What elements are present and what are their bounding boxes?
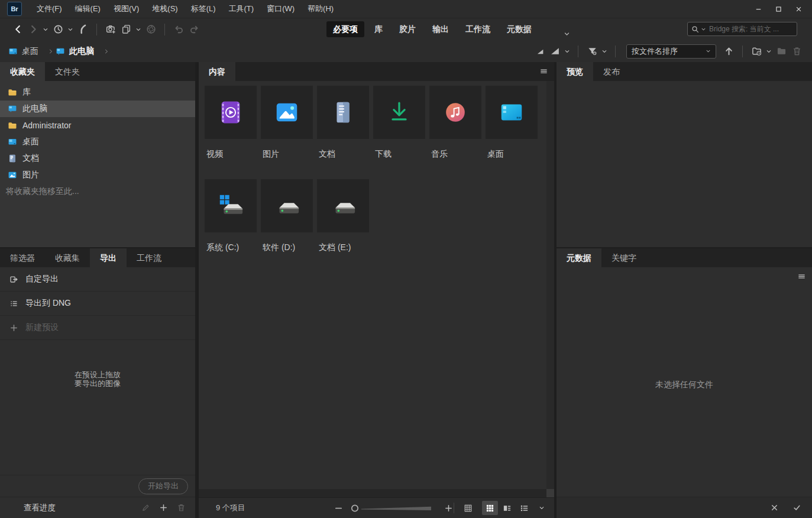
workspace-tab-output[interactable]: 输出 — [426, 21, 455, 37]
rotate-right-button[interactable] — [187, 22, 201, 37]
content-item-tile[interactable] — [317, 86, 369, 139]
batch-rename-button[interactable] — [119, 22, 133, 37]
open-recent-chevron[interactable] — [765, 44, 773, 59]
tab-export[interactable]: 导出 — [90, 248, 127, 267]
back-button[interactable] — [11, 22, 25, 37]
preset-custom-export[interactable]: 自定导出 — [0, 267, 195, 292]
workspace-tab-libraries[interactable]: 库 — [368, 21, 389, 37]
menu-window[interactable]: 窗口(W) — [261, 0, 300, 18]
menu-edit[interactable]: 编辑(E) — [69, 0, 106, 18]
tab-publish[interactable]: 发布 — [593, 62, 630, 81]
thumbnail-quality-chevron[interactable] — [563, 44, 571, 59]
content-item-videos[interactable]: 视频 — [205, 86, 257, 160]
favorites-item-desktop[interactable]: 桌面 — [0, 134, 195, 150]
content-item-pictures[interactable]: 图片 — [261, 86, 313, 160]
navigation-history-chevron[interactable] — [41, 22, 50, 37]
content-item-drive-e[interactable]: 文档 (E:) — [317, 179, 369, 253]
open-recent-folder-button[interactable] — [749, 44, 764, 59]
tab-workflow[interactable]: 工作流 — [127, 248, 172, 267]
get-photos-from-camera-button[interactable] — [103, 22, 118, 37]
content-item-tile[interactable] — [205, 179, 257, 232]
vertical-scrollbar[interactable] — [546, 81, 554, 489]
content-item-tile[interactable] — [261, 86, 313, 139]
favorites-item-administrator[interactable]: Administrator — [0, 117, 195, 134]
forward-button[interactable] — [26, 22, 40, 37]
favorites-item-this-pc[interactable]: 此电脑 — [0, 101, 195, 117]
close-button[interactable] — [788, 0, 808, 18]
metadata-apply-button[interactable] — [790, 500, 804, 516]
view-as-thumbnails-button[interactable] — [482, 501, 498, 515]
tab-keywords[interactable]: 关键字 — [601, 248, 646, 267]
panel-menu-icon[interactable] — [797, 272, 806, 283]
workspace-tab-workflow[interactable]: 工作流 — [459, 21, 497, 37]
favorites-item-libraries[interactable]: 库 — [0, 84, 195, 101]
favorites-item-pictures[interactable]: 图片 — [0, 167, 195, 183]
minimize-button[interactable] — [748, 0, 768, 18]
menu-view[interactable]: 视图(V) — [108, 0, 145, 18]
view-options-chevron[interactable] — [533, 501, 549, 515]
workspace-tab-essentials[interactable]: 必要项 — [326, 21, 364, 37]
panel-menu-icon[interactable] — [539, 67, 548, 77]
content-item-music[interactable]: 音乐 — [429, 86, 481, 160]
return-to-application-button[interactable] — [76, 22, 90, 37]
quick-thumbnails-button[interactable] — [532, 44, 546, 59]
thumbnail-size-slider[interactable] — [349, 502, 438, 514]
breadcrumb-this-pc[interactable]: 此电脑 — [56, 46, 109, 57]
menu-file[interactable]: 文件(F) — [31, 0, 68, 18]
new-folder-button[interactable] — [774, 44, 788, 59]
rotate-left-button[interactable] — [172, 22, 186, 37]
tab-collections[interactable]: 收藏集 — [45, 248, 90, 267]
tab-preview[interactable]: 预览 — [557, 62, 593, 81]
open-in-camera-raw-button[interactable] — [144, 22, 158, 37]
search-input[interactable] — [708, 24, 793, 34]
sort-dropdown[interactable]: 按文件名排序 — [626, 44, 716, 59]
hq-thumbnails-button[interactable] — [548, 44, 562, 59]
menu-label[interactable]: 标签(L) — [185, 0, 222, 18]
view-progress-label[interactable]: 查看进度 — [24, 503, 56, 513]
content-item-tile[interactable] — [205, 86, 257, 139]
view-as-details-button[interactable] — [499, 501, 515, 515]
sort-ascending-button[interactable] — [722, 44, 736, 59]
content-item-desktop[interactable]: 桌面 — [486, 86, 538, 160]
content-item-drive-d[interactable]: 软件 (D:) — [261, 179, 313, 253]
favorites-item-documents[interactable]: 文档 — [0, 150, 195, 167]
workspace-tab-filmstrip[interactable]: 胶片 — [393, 21, 422, 37]
delete-preset-button[interactable] — [175, 500, 187, 516]
filter-items-button[interactable] — [585, 44, 599, 59]
metadata-cancel-button[interactable] — [767, 500, 781, 516]
zoom-out-button[interactable] — [331, 500, 345, 516]
workspace-more-chevron-icon[interactable] — [559, 26, 574, 41]
search-box[interactable] — [687, 22, 797, 36]
recent-items-chevron[interactable] — [66, 22, 75, 37]
add-preset-button[interactable] — [157, 500, 169, 516]
horizontal-scrollbar[interactable] — [199, 489, 546, 497]
tab-folders[interactable]: 文件夹 — [45, 62, 90, 81]
start-export-button[interactable]: 开始导出 — [138, 478, 188, 494]
preset-export-to-dng[interactable]: 导出到 DNG — [0, 292, 195, 316]
content-item-tile[interactable] — [486, 86, 538, 139]
tab-favorites[interactable]: 收藏夹 — [0, 62, 45, 81]
delete-item-button[interactable] — [790, 44, 804, 59]
tab-metadata[interactable]: 元数据 — [557, 248, 601, 267]
batch-rename-chevron[interactable] — [134, 22, 143, 37]
maximize-button[interactable] — [768, 0, 788, 18]
content-item-downloads[interactable]: 下载 — [373, 86, 425, 160]
menu-tools[interactable]: 工具(T) — [223, 0, 260, 18]
content-item-documents[interactable]: 文档 — [317, 86, 369, 160]
content-item-tile[interactable] — [261, 179, 313, 232]
menu-help[interactable]: 帮助(H) — [302, 0, 339, 18]
edit-preset-button[interactable] — [140, 500, 151, 516]
content-item-tile[interactable] — [373, 86, 425, 139]
tab-content[interactable]: 内容 — [199, 62, 235, 81]
filter-items-chevron[interactable] — [600, 44, 609, 59]
tab-filter[interactable]: 筛选器 — [0, 248, 45, 267]
preset-new[interactable]: 新建预设 — [0, 316, 195, 340]
content-item-tile[interactable] — [317, 179, 369, 232]
menu-stacks[interactable]: 堆栈(S) — [146, 0, 183, 18]
search-scope-chevron-icon[interactable] — [701, 27, 706, 32]
content-item-drive-c[interactable]: 系统 (C:) — [205, 179, 257, 253]
grid-lock-button[interactable] — [460, 501, 476, 515]
workspace-tab-metadata[interactable]: 元数据 — [500, 21, 538, 37]
breadcrumb-desktop[interactable]: 桌面 — [8, 46, 54, 57]
content-item-tile[interactable] — [429, 86, 481, 139]
